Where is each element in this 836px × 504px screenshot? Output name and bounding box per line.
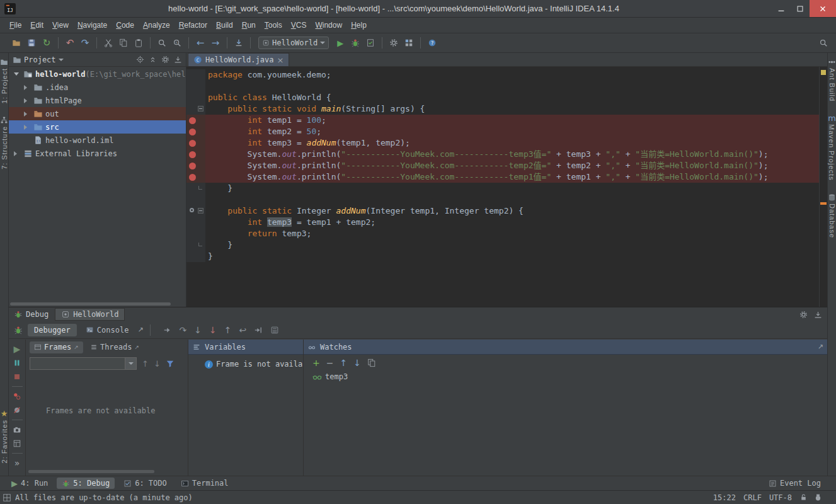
tab-debugger[interactable]: Debugger (28, 324, 77, 336)
thread-selector-combobox[interactable] (30, 357, 137, 370)
hide-panel-button[interactable] (814, 311, 822, 319)
fold-collapse-icon[interactable] (198, 106, 203, 112)
chevron-down-icon[interactable] (59, 59, 64, 61)
collapse-icon[interactable] (14, 151, 21, 156)
toolwindow-button-4-run[interactable]: ▶4: Run (6, 478, 53, 489)
hector-button[interactable] (814, 493, 822, 501)
collapse-icon[interactable] (24, 112, 31, 117)
code-line[interactable]: public class HelloWorld { (186, 92, 819, 103)
code-line[interactable]: int temp2 = 50; (186, 126, 819, 137)
force-step-into-button[interactable]: ↓ (209, 326, 217, 335)
view-breakpoints-button[interactable] (13, 392, 21, 401)
code-line[interactable]: } (186, 251, 819, 262)
debug-session-tab[interactable]: HelloWorld (55, 308, 125, 321)
menu-view[interactable]: View (48, 19, 73, 32)
lock-button[interactable] (799, 493, 808, 501)
code-line[interactable]: int temp3 = temp1 + temp2; (186, 217, 819, 228)
previous-frame-icon[interactable]: ↑ (142, 360, 149, 368)
run-configuration-selector[interactable]: HelloWorld (258, 37, 329, 49)
stripe-button-database[interactable]: Database (828, 193, 836, 238)
editor-gutter[interactable] (186, 81, 205, 92)
menu-refactor[interactable]: Refactor (175, 19, 212, 32)
code-line[interactable] (186, 194, 819, 205)
code-line[interactable]: } (186, 239, 819, 251)
toolwindow-button-6-todo[interactable]: 6: TODO (118, 478, 172, 489)
resume-button[interactable]: ▶ (14, 345, 21, 353)
menu-run[interactable]: Run (238, 19, 260, 32)
step-into-button[interactable]: ↓ (194, 326, 202, 335)
menu-help[interactable]: Help (346, 19, 371, 32)
thread-dump-button[interactable] (13, 425, 21, 434)
menu-navigate[interactable]: Navigate (73, 19, 112, 32)
code-line[interactable]: public static void main(String[] args) { (186, 103, 819, 115)
step-out-button[interactable]: ↑ (224, 326, 232, 335)
project-structure-button[interactable] (401, 35, 416, 50)
editor-gutter[interactable] (186, 115, 205, 126)
code-editor[interactable]: package com.youmeek.demo;public class He… (186, 67, 819, 307)
close-tab-icon[interactable]: × (277, 56, 283, 64)
code-line[interactable]: int temp1 = 100; (186, 115, 819, 126)
more-button[interactable]: » (14, 459, 20, 467)
tab-frames[interactable]: Frames↗ (30, 341, 83, 353)
settings-gear-small-button[interactable] (161, 55, 169, 64)
code-line[interactable]: public static Integer addNum(Integer tem… (186, 205, 819, 217)
add-watch-button[interactable]: + (312, 358, 320, 367)
code-line[interactable]: int temp3 = addNum(temp1, temp2); (186, 137, 819, 149)
find-button[interactable] (154, 35, 169, 50)
toolwindow-button-terminal[interactable]: Terminal (176, 478, 234, 489)
tree-item-htmlpage[interactable]: htmlPage (9, 94, 186, 107)
menu-window[interactable]: Window (311, 19, 346, 32)
breakpoint-icon[interactable] (189, 140, 196, 147)
synchronize-button[interactable]: ↻ (39, 35, 54, 50)
error-stripe-mark[interactable] (820, 202, 827, 205)
copy-button[interactable] (116, 35, 131, 50)
evaluate-expression-button[interactable] (270, 326, 279, 335)
pause-button[interactable] (13, 358, 21, 367)
editor-tab-helloworld[interactable]: C HelloWorld.java × (188, 53, 289, 66)
code-line[interactable]: package com.youmeek.demo; (186, 69, 819, 81)
menu-edit[interactable]: Edit (26, 19, 48, 32)
collapse-icon[interactable] (24, 85, 31, 90)
step-over-button[interactable]: ↷ (180, 326, 187, 335)
editor-gutter[interactable] (186, 171, 205, 183)
paste-button[interactable] (131, 35, 146, 50)
minimize-button[interactable] (772, 0, 791, 17)
editor-gutter[interactable] (186, 137, 205, 149)
maximize-button[interactable] (791, 0, 810, 17)
stripe-button-7-structure[interactable]: 7: Structure (0, 116, 8, 169)
move-down-button[interactable]: ↓ (353, 358, 361, 367)
editor-gutter[interactable] (186, 69, 205, 81)
mute-breakpoints-button[interactable] (13, 406, 21, 415)
next-frame-icon[interactable]: ↓ (154, 360, 161, 368)
code-line[interactable]: System.out.println("-----------YouMeek.c… (186, 160, 819, 171)
toolwindow-switcher-icon[interactable] (3, 493, 11, 502)
target-button[interactable] (136, 55, 144, 64)
editor-gutter[interactable] (186, 103, 205, 115)
toolwindow-button-event-log[interactable]: Event Log (764, 478, 826, 489)
code-line[interactable]: System.out.println("-----------YouMeek.c… (186, 171, 819, 183)
float-panel-icon[interactable]: ↗ (818, 343, 823, 350)
editor-gutter[interactable] (186, 239, 205, 251)
replace-button[interactable]: a (169, 35, 185, 50)
menu-build[interactable]: Build (212, 19, 238, 32)
duplicate-watch-button[interactable] (367, 358, 376, 367)
collapse-icon[interactable] (24, 98, 31, 103)
editor-gutter[interactable] (186, 205, 205, 217)
stripe-button-2-favorites[interactable]: ★2: Favorites (1, 410, 8, 463)
fold-collapse-icon[interactable] (198, 208, 203, 214)
menu-file[interactable]: File (5, 19, 26, 32)
editor-gutter[interactable] (186, 160, 205, 171)
coverage-button[interactable] (363, 35, 378, 50)
editor-gutter[interactable] (186, 194, 205, 205)
editor-gutter[interactable] (186, 228, 205, 239)
editor-gutter[interactable] (186, 183, 205, 194)
drop-frame-button[interactable]: ↩ (239, 326, 247, 335)
redo-button[interactable]: ↷ (77, 35, 93, 50)
editor-gutter[interactable] (186, 217, 205, 228)
open-new-tab-icon[interactable]: ↗ (137, 326, 143, 333)
frames-hscrollbar[interactable] (28, 470, 154, 473)
code-line[interactable] (186, 81, 819, 92)
stripe-button-ant-build[interactable]: Ant Build (828, 58, 836, 101)
project-tree-hscrollbar[interactable] (10, 302, 171, 306)
inspection-indicator[interactable] (821, 70, 826, 75)
